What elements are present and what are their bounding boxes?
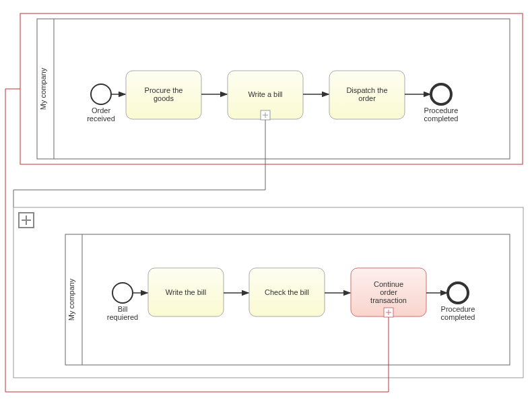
pool2-lane-label: My company [67, 278, 75, 321]
bpmn-diagram: My company Orderreceived Procure thegood… [0, 0, 532, 404]
pool2-start-event[interactable] [112, 283, 133, 303]
pool2-end-event[interactable] [448, 283, 468, 303]
pool2-task2-label: Check the bill [265, 288, 309, 296]
pool2-task1-label: Write the bill [166, 288, 206, 296]
pool1-start-event[interactable] [91, 84, 111, 104]
pool1-end-label: Procedurecompleted [424, 106, 459, 123]
pool1-end-event[interactable] [431, 84, 451, 104]
pool1-lane-label: My company [39, 67, 47, 110]
pool1-task2-label: Write a bill [248, 90, 282, 98]
pool2-end-label: Procedurecompleted [441, 305, 475, 321]
